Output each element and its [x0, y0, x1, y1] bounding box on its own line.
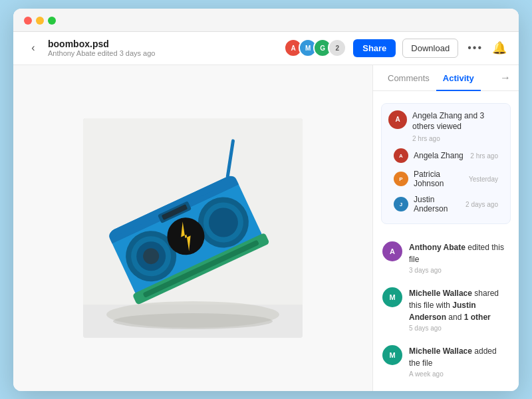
- activity-item-michelle-2: M Michelle Wallace added the file A week…: [373, 338, 519, 384]
- activity-body-anthony: Anthony Abate edited this file 3 days ag…: [409, 241, 509, 274]
- activity-item-anthony: A Anthony Abate edited this file 3 days …: [373, 235, 519, 281]
- activity-time-michelle-1: 5 days ago: [409, 325, 509, 332]
- header-left: ‹ boombox.psd Anthony Abate edited 3 day…: [25, 39, 155, 57]
- file-info: boombox.psd Anthony Abate edited 3 days …: [48, 39, 155, 57]
- share-button[interactable]: Share: [353, 39, 396, 57]
- viewer-summary: Angela Zhang and 3 others viewed: [412, 110, 503, 133]
- more-button[interactable]: •••: [465, 41, 485, 55]
- viewer-list: A Angela Zhang 2 hrs ago P Patricia John…: [388, 142, 503, 217]
- viewer-group-time: 2 hrs ago: [412, 135, 503, 142]
- viewer-row: P Patricia Johnson Yesterday: [388, 166, 503, 192]
- image-container: [83, 118, 303, 338]
- close-button[interactable]: [24, 17, 32, 25]
- file-subtitle: Anthony Abate edited 3 days ago: [48, 49, 155, 57]
- svg-point-20: [113, 313, 273, 329]
- viewer-group-avatar: A: [388, 110, 407, 129]
- minimize-button[interactable]: [36, 17, 44, 25]
- activity-body-michelle-2: Michelle Wallace added the file A week a…: [409, 345, 509, 378]
- viewer-name-justin: Justin Anderson: [414, 195, 460, 213]
- main-content: Comments Activity → A Angela Zhang and 3…: [13, 65, 519, 391]
- header-right: A M G 2 Share Download ••• 🔔: [284, 39, 507, 58]
- tab-activity[interactable]: Activity: [436, 65, 481, 91]
- activity-avatar-anthony: A: [382, 241, 402, 261]
- preview-area: [13, 65, 372, 391]
- viewer-row: A Angela Zhang 2 hrs ago: [388, 145, 503, 166]
- viewer-avatar-angela: A: [394, 148, 408, 163]
- activity-item-michelle-1: M Michelle Wallace shared this file with…: [373, 281, 519, 338]
- app-window: ‹ boombox.psd Anthony Abate edited 3 day…: [13, 9, 519, 391]
- header: ‹ boombox.psd Anthony Abate edited 3 day…: [13, 32, 519, 65]
- tab-comments[interactable]: Comments: [381, 65, 436, 91]
- activity-user-michelle-2: Michelle Wallace: [409, 346, 472, 356]
- maximize-button[interactable]: [48, 17, 56, 25]
- avatar-count: 2: [328, 39, 346, 57]
- collaborator-avatars: A M G 2: [284, 39, 346, 57]
- viewer-name-patricia: Patricia Johnson: [414, 170, 464, 188]
- sidebar-content: A Angela Zhang and 3 others viewed 2 hrs…: [373, 91, 519, 391]
- viewer-time-angela: 2 hrs ago: [470, 152, 498, 160]
- activity-text-michelle-2: Michelle Wallace added the file: [409, 345, 509, 369]
- activity-avatar-michelle-2: M: [382, 345, 402, 365]
- viewer-time-patricia: Yesterday: [469, 176, 498, 183]
- activity-avatar-michelle-1: M: [382, 287, 402, 307]
- viewer-group-card: A Angela Zhang and 3 others viewed 2 hrs…: [381, 103, 511, 225]
- viewer-name-angela: Angela Zhang: [414, 151, 465, 160]
- activity-body-michelle-1: Michelle Wallace shared this file with J…: [409, 287, 509, 332]
- activity-user-anthony: Anthony Abate: [409, 243, 466, 252]
- traffic-lights: [24, 17, 56, 25]
- viewer-avatar-patricia: P: [394, 172, 408, 186]
- activity-time-anthony: 3 days ago: [409, 267, 509, 274]
- titlebar: [13, 9, 519, 32]
- sidebar-tabs: Comments Activity →: [373, 65, 519, 91]
- expand-icon[interactable]: →: [500, 72, 511, 84]
- viewer-avatar-justin: J: [394, 197, 408, 211]
- back-icon: ‹: [31, 42, 35, 54]
- activity-time-michelle-2: A week ago: [409, 370, 509, 378]
- viewer-header: A Angela Zhang and 3 others viewed: [388, 110, 503, 133]
- notifications-icon[interactable]: 🔔: [492, 41, 507, 55]
- sidebar: Comments Activity → A Angela Zhang and 3…: [372, 65, 519, 391]
- viewer-row: J Justin Anderson 2 days ago: [388, 192, 503, 217]
- activity-text-anthony: Anthony Abate edited this file: [409, 241, 509, 265]
- viewer-time-justin: 2 days ago: [466, 201, 498, 208]
- activity-user-michelle-1: Michelle Wallace: [409, 289, 472, 298]
- activity-text-michelle-1: Michelle Wallace shared this file with J…: [409, 287, 509, 323]
- file-name: boombox.psd: [48, 39, 155, 49]
- back-button[interactable]: ‹: [25, 40, 41, 56]
- download-button[interactable]: Download: [402, 39, 458, 58]
- boombox-image: [83, 118, 303, 338]
